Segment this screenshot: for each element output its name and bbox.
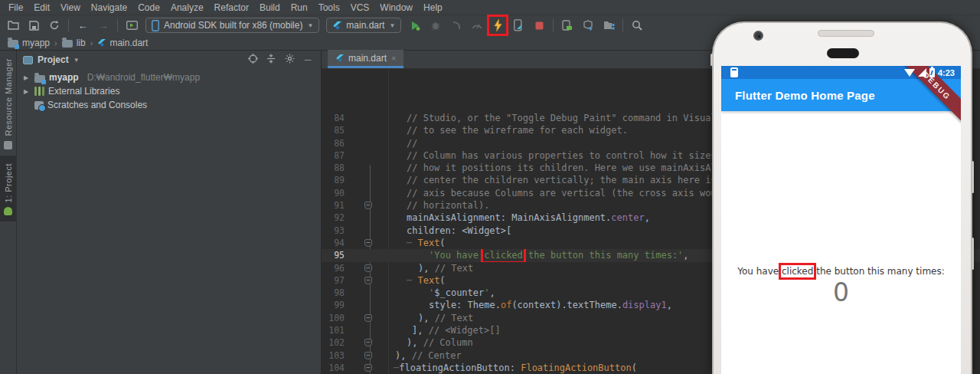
close-icon[interactable]: × [391, 54, 396, 63]
breadcrumb-separator: › [90, 38, 93, 48]
menu-item-view[interactable]: View [55, 2, 86, 13]
line-number: 94 [322, 237, 345, 249]
line-number: 96 [322, 262, 345, 274]
menu-item-tools[interactable]: Tools [313, 2, 345, 13]
package-download-icon[interactable] [581, 18, 595, 32]
sync-icon[interactable] [47, 18, 61, 32]
menu-item-file[interactable]: File [3, 2, 28, 13]
clicked-string-annotation: clicked [484, 250, 523, 261]
menu-item-run[interactable]: Run [286, 2, 313, 13]
fold-marker-icon[interactable]: – [364, 339, 372, 346]
device-selector[interactable]: Android SDK built for x86 (mobile) ▼ [145, 18, 319, 33]
back-icon[interactable]: ← [76, 18, 90, 32]
line-number: 86 [322, 137, 345, 149]
resource-manager-icon [4, 141, 12, 149]
stop-icon[interactable] [532, 18, 546, 32]
fold-marker-icon[interactable]: – [364, 239, 372, 247]
tree-row-myapp[interactable]: ▶myappD:₩android_flutter₩myapp [17, 71, 321, 84]
debug-icon [429, 18, 443, 32]
menu-item-build[interactable]: Build [254, 2, 286, 13]
breadcrumb-item-lib[interactable]: lib [62, 38, 86, 48]
line-number: 87 [322, 149, 345, 162]
device-screenshot-icon[interactable] [560, 18, 574, 32]
toolbar-separator [117, 19, 118, 31]
fold-marker-icon[interactable]: – [364, 364, 372, 372]
forward-icon: → [96, 18, 110, 32]
menu-item-window[interactable]: Window [374, 2, 418, 13]
chevron-down-icon: ▼ [307, 22, 313, 29]
line-number: 84 [322, 112, 345, 124]
hot-restart-icon[interactable] [511, 18, 525, 32]
tree-label: External Libraries [48, 86, 119, 97]
open-folder-icon[interactable] [6, 18, 20, 32]
folder-icon [62, 40, 73, 48]
gutter: – [345, 349, 389, 362]
gutter [345, 149, 389, 162]
tab-main-dart[interactable]: main.dart × [328, 50, 403, 68]
breadcrumb-item-main-dart[interactable]: main.dart [97, 38, 148, 48]
phone-status-bar: 4:23 [721, 66, 961, 79]
fold-marker-icon[interactable]: – [364, 314, 372, 322]
phone-screen[interactable]: 4:23 Flutter Demo Home Page DEBUG You ha… [721, 66, 961, 374]
fold-marker-icon[interactable]: – [364, 277, 372, 284]
gutter: – [345, 274, 389, 287]
profiler-icon [470, 18, 484, 32]
tree-row-external-libraries[interactable]: ▶External Libraries [17, 84, 321, 98]
gutter: – [345, 262, 389, 274]
project-panel-title[interactable]: Project [38, 54, 69, 65]
expand-arrow-icon[interactable]: ▶ [21, 74, 31, 81]
phone-left-button [710, 54, 713, 66]
save-icon[interactable] [27, 18, 41, 32]
search-icon[interactable] [630, 18, 644, 32]
settings-gear-icon[interactable] [283, 54, 296, 66]
device-explorer-icon[interactable] [602, 18, 616, 32]
tool-strip-button-resource-manager[interactable]: Resource Manager [0, 51, 16, 156]
menu-item-vcs[interactable]: VCS [345, 2, 375, 13]
menu-item-help[interactable]: Help [418, 2, 448, 13]
menu-item-code[interactable]: Code [132, 2, 165, 13]
menu-item-analyze[interactable]: Analyze [165, 2, 209, 13]
tool-strip-label: 1: Project [4, 163, 13, 202]
phone-earpiece [827, 48, 859, 58]
gutter [345, 299, 389, 311]
line-number: 97 [322, 274, 345, 287]
tool-strip-button-1-project[interactable]: 1: Project [0, 156, 16, 221]
run-config-selector[interactable]: main.dart ▼ [326, 18, 401, 33]
phone-power-button [972, 161, 974, 193]
tree-label: myapp [49, 72, 79, 83]
signal-icon [918, 68, 926, 77]
clicked-word-annotation: clicked [782, 266, 813, 277]
menu-item-edit[interactable]: Edit [28, 2, 55, 13]
phone-camera-icon [753, 31, 763, 41]
fold-marker-icon[interactable]: – [364, 202, 372, 209]
run-window-icon[interactable] [125, 18, 139, 32]
gutter [345, 162, 389, 174]
chevron-down-icon[interactable]: ▼ [74, 57, 80, 64]
breadcrumb-item-myapp[interactable]: myapp [8, 38, 50, 48]
line-number: 90 [322, 187, 345, 199]
run-icon[interactable] [408, 18, 422, 32]
breadcrumb-label: myapp [22, 38, 50, 48]
expand-arrow-icon[interactable]: ▶ [21, 88, 31, 95]
flutter-icon [332, 21, 341, 31]
line-number: 91 [322, 199, 345, 212]
tree-detail: D:₩android_flutter₩myapp [87, 72, 200, 83]
gutter: – [345, 237, 389, 249]
locate-icon[interactable] [246, 54, 260, 66]
gutter [345, 174, 389, 186]
line-number: 103 [322, 349, 345, 362]
tree-label: Scratches and Consoles [47, 100, 147, 110]
menu-item-refactor[interactable]: Refactor [209, 2, 254, 13]
phone-speaker [818, 30, 874, 37]
collapse-all-icon[interactable] [264, 54, 278, 66]
fold-marker-icon[interactable]: – [364, 264, 372, 272]
gutter [345, 124, 389, 136]
toolbar-separator [622, 19, 623, 31]
hide-panel-icon[interactable]: ─ [301, 54, 315, 65]
project-folder-icon [34, 75, 45, 83]
fold-marker-icon[interactable]: – [364, 352, 372, 359]
menu-item-navigate[interactable]: Navigate [86, 2, 132, 13]
project-view-icon [23, 56, 33, 64]
tree-row-scratches-and-consoles[interactable]: Scratches and Consoles [17, 98, 321, 112]
hot-reload-flash-icon[interactable] [491, 18, 505, 32]
